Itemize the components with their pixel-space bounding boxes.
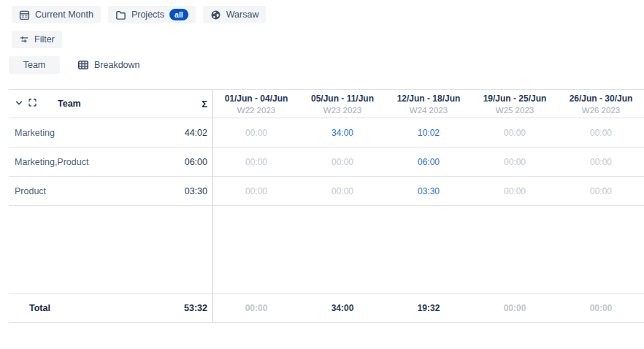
timesheet-table: Team Σ 01/Jun - 04/Jun W22 2023 05/Jun -… (9, 89, 644, 323)
week-range: 26/Jun - 30/Jun (570, 93, 633, 104)
week-column-header: 01/Jun - 04/Jun W22 2023 (213, 90, 299, 118)
total-time-cell: 00:00 (472, 294, 558, 322)
time-cell[interactable]: 00:00 (558, 177, 644, 205)
team-name: Marketing (9, 128, 55, 138)
location-label: Warsaw (226, 9, 259, 20)
team-name: Product (9, 186, 46, 196)
week-number: W22 2023 (237, 106, 275, 115)
time-cell[interactable]: 00:00 (213, 177, 299, 205)
app-root: Current Month Projects all Warsaw (0, 0, 644, 323)
grand-total: 53:32 (184, 303, 212, 313)
time-cell[interactable]: 00:00 (472, 118, 558, 147)
table-header-row: Team Σ 01/Jun - 04/Jun W22 2023 05/Jun -… (9, 89, 644, 118)
total-time-cell: 00:00 (558, 294, 644, 322)
team-view-button[interactable]: Team (9, 56, 60, 74)
time-cell[interactable]: 34:00 (299, 118, 386, 147)
row-cells: 00:00 00:00 06:00 00:00 00:00 (213, 147, 644, 176)
table-row: Product 03:30 00:00 00:00 03:30 00:00 00… (9, 177, 644, 206)
total-label: Total (9, 303, 50, 313)
row-total: 06:00 (185, 157, 212, 167)
time-cell[interactable]: 06:00 (386, 147, 472, 176)
total-row: Total 53:32 00:00 34:00 19:32 00:00 00:0… (9, 294, 644, 323)
row-cells: 00:00 00:00 03:30 00:00 00:00 (213, 177, 644, 205)
expand-fullscreen-button[interactable] (26, 97, 39, 110)
table-row: Marketing,Product 06:00 00:00 00:00 06:0… (9, 147, 644, 177)
filter-toolbar: Current Month Projects all Warsaw (0, 0, 644, 23)
group-header-pane: Team Σ (9, 90, 213, 118)
week-column-header: 05/Jun - 11/Jun W23 2023 (299, 90, 386, 118)
location-filter-button[interactable]: Warsaw (203, 6, 267, 23)
row-label-pane: Marketing,Product 06:00 (9, 147, 213, 176)
row-label-pane: Marketing 44:02 (9, 118, 213, 147)
total-label-pane: Total 53:32 (9, 294, 213, 322)
total-time-cell: 19:32 (386, 294, 472, 322)
projects-filter-button[interactable]: Projects all (108, 6, 196, 23)
time-cell[interactable]: 00:00 (299, 147, 386, 176)
week-column-headers: 01/Jun - 04/Jun W22 2023 05/Jun - 11/Jun… (213, 90, 644, 118)
team-view-label: Team (23, 60, 46, 70)
week-range: 05/Jun - 11/Jun (311, 93, 374, 104)
calendar-icon (19, 9, 30, 20)
week-number: W24 2023 (410, 106, 448, 115)
table-row: Marketing 44:02 00:00 34:00 10:02 00:00 … (9, 118, 644, 147)
time-cell[interactable]: 00:00 (558, 118, 644, 147)
time-cell[interactable]: 00:00 (472, 177, 558, 205)
week-number: W26 2023 (582, 106, 620, 115)
row-total: 03:30 (185, 186, 212, 196)
time-cell[interactable]: 00:00 (558, 147, 644, 176)
current-month-button[interactable]: Current Month (12, 6, 101, 23)
spacer-left-pane (9, 206, 213, 294)
week-column-header: 26/Jun - 30/Jun W26 2023 (558, 90, 644, 118)
total-cells: 00:00 34:00 19:32 00:00 00:00 (213, 294, 644, 322)
team-name: Marketing,Product (9, 157, 88, 167)
breakdown-toggle[interactable]: Breakdown (70, 56, 147, 74)
time-cell[interactable]: 00:00 (213, 147, 299, 176)
projects-all-badge: all (169, 9, 188, 21)
time-cell[interactable]: 00:00 (299, 177, 386, 205)
week-range: 01/Jun - 04/Jun (225, 93, 288, 104)
week-range: 19/Jun - 25/Jun (483, 93, 547, 104)
projects-label: Projects (131, 9, 164, 20)
sum-column-header: Σ (202, 99, 212, 110)
globe-icon (210, 9, 221, 20)
group-column-header: Team (58, 99, 81, 109)
breakdown-grid-icon (77, 59, 89, 71)
time-cell[interactable]: 03:30 (386, 177, 472, 205)
chevron-down-icon (15, 99, 23, 110)
row-total: 44:02 (185, 128, 212, 138)
folder-icon (115, 9, 126, 20)
week-number: W25 2023 (496, 106, 534, 115)
row-cells: 00:00 34:00 10:02 00:00 00:00 (213, 118, 644, 147)
filter-label: Filter (34, 34, 55, 45)
expand-icon (28, 98, 37, 110)
total-time-cell: 00:00 (213, 294, 299, 322)
week-range: 12/Jun - 18/Jun (397, 93, 461, 104)
week-number: W23 2023 (323, 106, 361, 115)
time-cell[interactable]: 10:02 (386, 118, 472, 147)
time-cell[interactable]: 00:00 (213, 118, 299, 147)
filter-button[interactable]: Filter (12, 31, 62, 48)
current-month-label: Current Month (35, 9, 93, 20)
breakdown-label: Breakdown (94, 60, 140, 70)
filter-icon (19, 34, 29, 45)
time-cell[interactable]: 00:00 (472, 147, 558, 176)
collapse-all-button[interactable] (12, 97, 26, 110)
row-label-pane: Product 03:30 (9, 177, 213, 205)
week-column-header: 12/Jun - 18/Jun W24 2023 (386, 90, 472, 118)
filter-row: Filter (12, 31, 644, 48)
table-empty-area (9, 206, 644, 294)
spacer-cells (213, 206, 644, 294)
total-time-cell: 34:00 (299, 294, 386, 322)
week-column-header: 19/Jun - 25/Jun W25 2023 (472, 90, 558, 118)
view-toolbar: Team Breakdown (9, 56, 644, 74)
